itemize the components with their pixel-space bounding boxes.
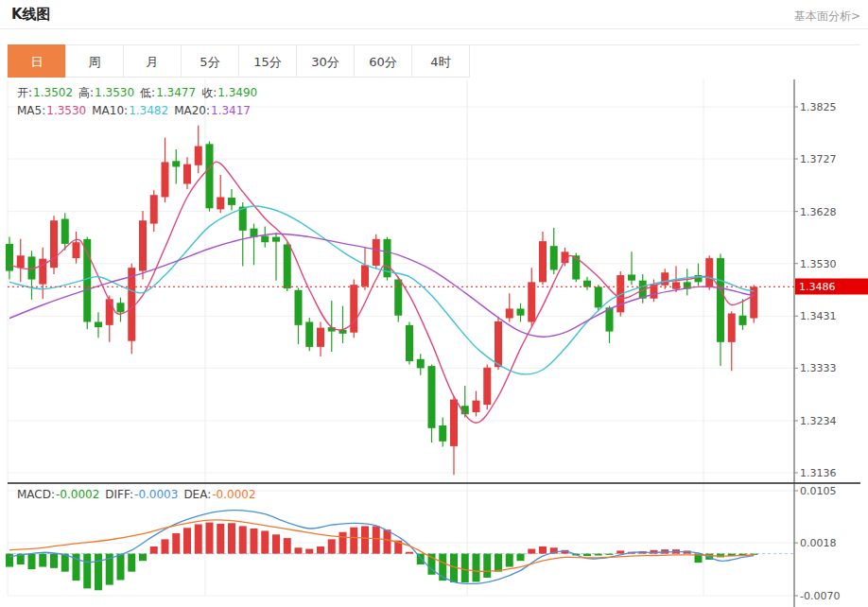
legend-label: MA20: xyxy=(174,104,210,117)
ma-legend: MA5:1.3530MA10:1.3482MA20:1.3417 xyxy=(17,104,256,117)
legend-label: 收: xyxy=(201,86,217,99)
legend-label: MA5: xyxy=(17,104,45,117)
tab-period-7[interactable]: 4时 xyxy=(411,44,470,78)
axis-tick-label: 1.3333 xyxy=(800,362,837,374)
tab-period-0[interactable]: 日 xyxy=(8,44,66,78)
axis-tick-label: 1.3431 xyxy=(800,310,837,322)
axis-tick-label: 1.3727 xyxy=(800,153,837,165)
kline-page: K线图 基本面分析> 日周月5分15分30分60分4时 开:1.3502高:1.… xyxy=(0,0,868,607)
legend-value: 1.3502 xyxy=(33,86,73,99)
tab-period-2[interactable]: 月 xyxy=(123,44,182,78)
legend-value: -0.0002 xyxy=(212,488,255,501)
header-divider xyxy=(0,28,868,29)
legend-value: 1.3530 xyxy=(46,104,86,117)
legend-value: -0.0002 xyxy=(56,488,99,501)
legend-label: DEA: xyxy=(183,488,211,501)
legend-label: MA10: xyxy=(92,104,128,117)
tab-period-1[interactable]: 周 xyxy=(65,44,124,78)
legend-value: 1.3417 xyxy=(211,104,251,117)
legend-value: 1.3490 xyxy=(217,86,257,99)
axis-tick-label: 0.0105 xyxy=(800,485,837,497)
tab-period-6[interactable]: 60分 xyxy=(354,44,412,78)
legend-value: -0.0003 xyxy=(134,488,178,501)
axis-tick-label: -0.0070 xyxy=(800,590,840,602)
axis-tick-label: 1.3825 xyxy=(800,101,837,113)
axis-tick-label: 1.3136 xyxy=(800,467,837,479)
legend-value: 1.3477 xyxy=(156,86,196,99)
tab-period-5[interactable]: 30分 xyxy=(296,44,355,78)
fundamental-analysis-link[interactable]: 基本面分析> xyxy=(794,9,860,25)
macd-legend: MACD:-0.0002DIFF:-0.0003DEA:-0.0002 xyxy=(17,488,262,501)
axis-tick-label: 1.3628 xyxy=(800,205,837,217)
axis-tick-label: 0.0018 xyxy=(800,537,837,549)
axis-tick-label: 1.3530 xyxy=(800,257,837,269)
legend-label: 低: xyxy=(140,86,155,99)
period-tabbar: 日周月5分15分30分60分4时 xyxy=(8,44,470,78)
ohlc-legend: 开:1.3502高:1.3530低:1.3477收:1.3490 xyxy=(17,85,263,101)
tab-period-3[interactable]: 5分 xyxy=(181,44,239,78)
page-title: K线图 xyxy=(11,6,51,24)
axis-tick-label: 1.3234 xyxy=(800,414,837,426)
legend-value: 1.3482 xyxy=(129,104,168,117)
legend-label: DIFF: xyxy=(105,488,133,501)
tab-period-4[interactable]: 15分 xyxy=(238,44,297,78)
last-price-tag: 1.3486 xyxy=(795,279,868,295)
legend-value: 1.3530 xyxy=(95,86,134,99)
legend-label: MACD: xyxy=(17,488,55,501)
legend-label: 开: xyxy=(17,86,32,99)
legend-label: 高: xyxy=(78,86,94,99)
